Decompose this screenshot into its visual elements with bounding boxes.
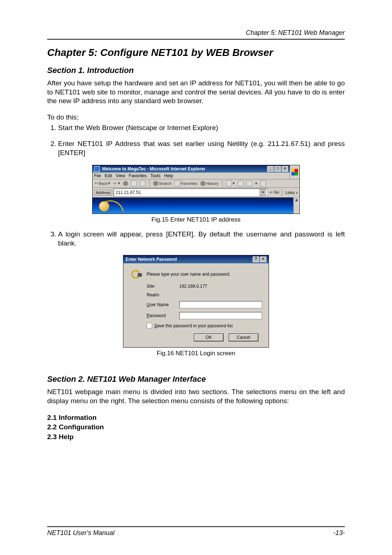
minimize-button[interactable]: _ xyxy=(267,166,274,172)
print-button[interactable] xyxy=(237,181,244,186)
section2-para: NET101 webpage main menu is divided into… xyxy=(47,388,345,405)
dialog-help-button[interactable]: ? xyxy=(253,256,259,262)
menu-view[interactable]: View xyxy=(116,173,125,178)
section2-title: Section 2. NET101 Web Manager Interface xyxy=(47,374,345,384)
ie-menubar: File Edit View Favorites Tools Help xyxy=(93,173,290,179)
menu-tools[interactable]: Tools xyxy=(150,173,160,178)
extra-button[interactable] xyxy=(260,181,267,186)
section1-steps: Start the Web Brower (Netscape or Intern… xyxy=(47,123,345,158)
mail-button[interactable]: ▾ xyxy=(225,181,236,186)
password-label: Password xyxy=(147,313,179,318)
footer-left: NET101 User's Manual xyxy=(47,529,115,537)
save-password-label: Save this password in your password list xyxy=(154,323,233,328)
key-icon xyxy=(130,268,142,280)
address-dropdown-icon[interactable]: ▼ xyxy=(260,189,266,196)
ie-titlebar: Welcome to MegaTec - Microsoft Internet … xyxy=(93,165,290,173)
menu-help[interactable]: Help xyxy=(164,173,173,178)
scroll-up-icon[interactable]: ▲ xyxy=(294,198,299,203)
favorites-button[interactable]: Favorites xyxy=(173,181,198,186)
section1-steps-cont: A login screen will appear, press [ENTER… xyxy=(47,230,345,248)
header-rule xyxy=(47,39,345,40)
save-password-checkbox[interactable] xyxy=(147,323,152,328)
close-button[interactable]: × xyxy=(282,166,288,172)
dialog-title: Enter Network Password xyxy=(126,257,177,262)
login-dialog: Enter Network Password ? × Please type y… xyxy=(123,255,269,348)
footer-right: -13- xyxy=(333,529,345,537)
ie-toolbar: ⇦ Back ▾ ⇨ ▾ Search Favorites History ▾ … xyxy=(93,179,299,188)
cancel-button[interactable]: Cancel xyxy=(229,333,258,341)
edit-button[interactable] xyxy=(246,181,253,186)
dialog-titlebar: Enter Network Password ? × xyxy=(123,255,269,263)
stop-button[interactable] xyxy=(122,181,129,186)
opt-information: 2.1 Information xyxy=(47,413,345,423)
site-label: Site: xyxy=(147,284,179,289)
step-1: Start the Web Brower (Netscape or Intern… xyxy=(58,123,345,133)
dialog-prompt: Please type your user name and password. xyxy=(147,272,230,277)
banner-swoosh xyxy=(102,198,124,213)
search-button[interactable]: Search xyxy=(152,181,172,186)
realm-label: Realm xyxy=(147,292,179,297)
username-input[interactable] xyxy=(179,301,262,308)
menu-edit[interactable]: Edit xyxy=(105,173,112,178)
vertical-scrollbar[interactable]: ▲ xyxy=(293,198,299,214)
ie-addressbar: Address 211.21.67.51 ▼ ⇨ Go Links » xyxy=(93,188,299,198)
step-3: A login screen will appear, press [ENTER… xyxy=(58,230,345,248)
refresh-button[interactable] xyxy=(130,181,138,186)
dialog-close-button[interactable]: × xyxy=(260,256,266,262)
home-button[interactable] xyxy=(139,181,146,186)
password-input[interactable] xyxy=(179,312,262,319)
menu-file[interactable]: File xyxy=(94,173,101,178)
page-banner xyxy=(93,198,293,214)
site-value: 192.168.0.177 xyxy=(179,284,207,289)
ie-app-icon xyxy=(94,166,100,172)
ok-button[interactable]: OK xyxy=(194,333,224,341)
fig15-caption: Fig.15 Enter NET101 IP address xyxy=(47,216,345,223)
ie-title-text: Welcome to MegaTec - Microsoft Internet … xyxy=(102,166,205,171)
section1-lead: To do this; xyxy=(47,113,345,122)
opt-help: 2.3 Help xyxy=(47,432,345,442)
ie-logo xyxy=(290,165,299,179)
forward-button[interactable]: ⇨ ▾ xyxy=(113,181,121,186)
windows-flag-icon xyxy=(291,169,298,175)
fig16-caption: Fig.16 NET101 Login screen xyxy=(47,350,345,357)
address-label: Address xyxy=(94,190,112,195)
chapter-header: Chapter 5: NET101 Web Manager xyxy=(47,29,345,37)
section1-title: Section 1. Introduction xyxy=(47,66,345,75)
username-label: User Name xyxy=(147,302,179,307)
links-button[interactable]: Links » xyxy=(285,190,298,195)
address-input[interactable]: 211.21.67.51 ▼ xyxy=(114,189,268,197)
chapter-title: Chapter 5: Configure NET101 by WEB Brows… xyxy=(47,47,345,58)
discuss-button[interactable]: ▾ xyxy=(254,181,258,186)
address-value: 211.21.67.51 xyxy=(115,190,141,195)
maximize-button[interactable]: □ xyxy=(274,166,281,172)
go-button[interactable]: ⇨ Go xyxy=(269,190,279,195)
step-2: Enter NET101 IP Address that was set ear… xyxy=(58,139,345,157)
ie-window: Welcome to MegaTec - Microsoft Internet … xyxy=(92,165,300,214)
history-button[interactable]: History xyxy=(200,181,219,186)
opt-configuration: 2.2 Configuration xyxy=(47,422,345,432)
back-button[interactable]: ⇦ Back ▾ xyxy=(94,181,111,186)
menu-favorites[interactable]: Favorites xyxy=(129,173,147,178)
page-footer: NET101 User's Manual -13- xyxy=(47,526,345,537)
section1-intro: After you have setup the hardware and se… xyxy=(47,79,345,106)
